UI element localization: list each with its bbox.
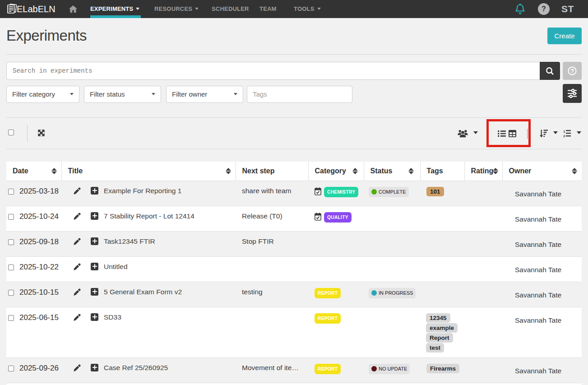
svg-text:1: 1 — [563, 130, 565, 134]
svg-text:2: 2 — [563, 134, 565, 138]
svg-text:?: ? — [570, 68, 574, 74]
